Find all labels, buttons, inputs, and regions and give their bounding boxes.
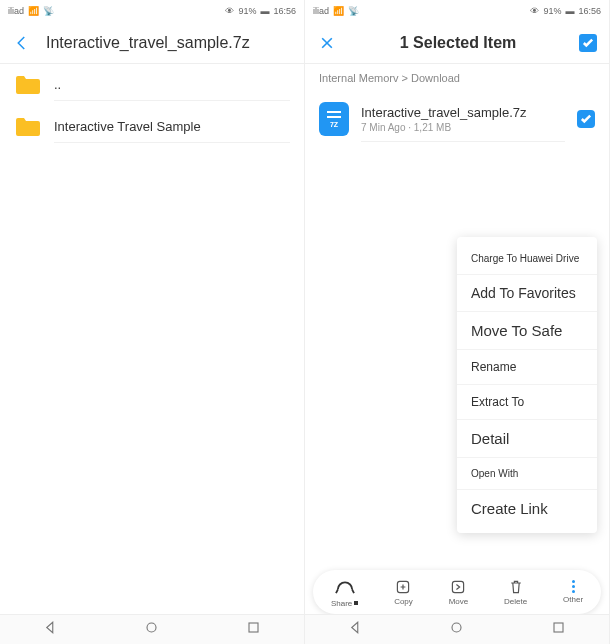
- move-button[interactable]: Move: [449, 579, 469, 606]
- file-list: 7Z Interactive_travel_sample.7z 7 Min Ag…: [305, 92, 609, 644]
- android-nav-bar: [305, 614, 609, 644]
- svg-rect-3: [453, 581, 464, 592]
- file-meta: 7 Min Ago · 1,21 MB: [361, 122, 565, 133]
- delete-button[interactable]: Delete: [504, 579, 527, 606]
- svg-point-4: [452, 623, 461, 632]
- header: Interactive_travel_sample.7z: [0, 22, 304, 64]
- select-all-checkbox[interactable]: [579, 34, 597, 52]
- status-bar: iliad 📶 📡 👁 91% ▬ 16:56: [305, 0, 609, 22]
- right-screen: iliad 📶 📡 👁 91% ▬ 16:56 1 Selected Item …: [305, 0, 610, 644]
- page-title: 1 Selected Item: [351, 34, 565, 52]
- menu-open-with[interactable]: Open With: [457, 458, 597, 490]
- list-item-folder[interactable]: Interactive Travel Sample: [0, 106, 304, 148]
- menu-move-safe[interactable]: Move To Safe: [457, 312, 597, 350]
- nav-recents-icon[interactable]: [551, 620, 566, 639]
- other-button[interactable]: Other: [563, 580, 583, 604]
- wifi-icon: 📡: [43, 6, 54, 16]
- carrier-label: iliad: [8, 6, 24, 16]
- battery-bar-icon: ▬: [260, 6, 269, 16]
- file-name: Interactive_travel_sample.7z: [361, 105, 565, 120]
- signal-icon: 📶: [333, 6, 344, 16]
- header: 1 Selected Item: [305, 22, 609, 64]
- close-icon[interactable]: [317, 33, 337, 53]
- nav-home-icon[interactable]: [449, 620, 464, 639]
- status-bar: iliad 📶 📡 👁 91% ▬ 16:56: [0, 0, 304, 22]
- item-name: Interactive Travel Sample: [54, 119, 290, 134]
- battery-icon: 👁: [530, 6, 539, 16]
- page-title: Interactive_travel_sample.7z: [46, 34, 292, 52]
- list-item-file[interactable]: 7Z Interactive_travel_sample.7z 7 Min Ag…: [305, 92, 609, 146]
- svg-rect-1: [249, 623, 258, 632]
- nav-recents-icon[interactable]: [246, 620, 261, 639]
- context-menu: Charge To Huawei Drive Add To Favorites …: [457, 237, 597, 533]
- back-arrow-icon[interactable]: [12, 33, 32, 53]
- android-nav-bar: [0, 614, 304, 644]
- menu-extract[interactable]: Extract To: [457, 385, 597, 420]
- signal-icon: 📶: [28, 6, 39, 16]
- nav-back-icon[interactable]: [43, 620, 58, 639]
- menu-detail[interactable]: Detail: [457, 420, 597, 458]
- nav-home-icon[interactable]: [144, 620, 159, 639]
- clock: 16:56: [273, 6, 296, 16]
- battery-icon: 👁: [225, 6, 234, 16]
- wifi-icon: 📡: [348, 6, 359, 16]
- clock: 16:56: [578, 6, 601, 16]
- action-bar: Share Copy Move Delete Other: [313, 570, 601, 614]
- copy-button[interactable]: Copy: [394, 579, 413, 606]
- menu-add-favorites[interactable]: Add To Favorites: [457, 275, 597, 312]
- move-icon: [450, 579, 466, 595]
- battery-pct: 91%: [238, 6, 256, 16]
- trash-icon: [508, 579, 524, 595]
- folder-icon: [14, 116, 42, 138]
- file-list: .. Interactive Travel Sample: [0, 64, 304, 644]
- menu-rename[interactable]: Rename: [457, 350, 597, 385]
- menu-charge-drive[interactable]: Charge To Huawei Drive: [457, 243, 597, 275]
- more-dots-icon: [572, 580, 575, 593]
- battery-bar-icon: ▬: [565, 6, 574, 16]
- left-screen: iliad 📶 📡 👁 91% ▬ 16:56 Interactive_trav…: [0, 0, 305, 644]
- svg-point-0: [147, 623, 156, 632]
- menu-create-link[interactable]: Create Link: [457, 490, 597, 527]
- file-ext-label: 7Z: [330, 121, 338, 128]
- copy-icon: [395, 579, 411, 595]
- item-name: ..: [54, 77, 290, 92]
- carrier-label: iliad: [313, 6, 329, 16]
- share-icon: [334, 577, 356, 597]
- breadcrumb[interactable]: Internal Memorv > Download: [305, 64, 609, 92]
- list-item-parent[interactable]: ..: [0, 64, 304, 106]
- svg-rect-5: [554, 623, 563, 632]
- share-button[interactable]: Share: [331, 577, 358, 608]
- nav-back-icon[interactable]: [348, 620, 363, 639]
- archive-file-icon: 7Z: [319, 102, 349, 136]
- battery-pct: 91%: [543, 6, 561, 16]
- item-checkbox[interactable]: [577, 110, 595, 128]
- folder-icon: [14, 74, 42, 96]
